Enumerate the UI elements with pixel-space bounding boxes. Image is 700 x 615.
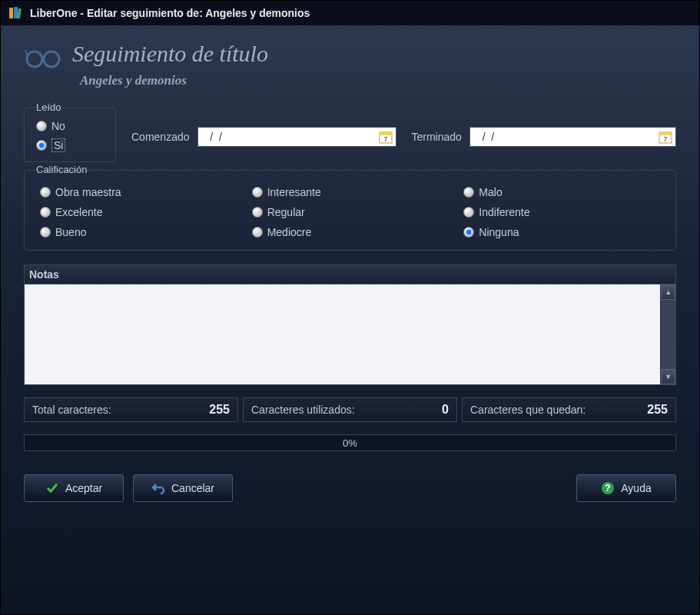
leido-legend: Leído bbox=[32, 101, 65, 113]
svg-rect-0 bbox=[9, 8, 13, 18]
stat-value: 255 bbox=[647, 403, 668, 417]
radio-obra-maestra[interactable]: Obra maestra bbox=[40, 186, 237, 198]
svg-point-4 bbox=[44, 52, 59, 67]
radio-icon bbox=[40, 207, 51, 218]
titlebar[interactable]: LiberOne - Editar seguimiento de: Angele… bbox=[1, 1, 699, 25]
calificacion-group: Calificación Obra maestra Interesante Ma… bbox=[24, 170, 676, 251]
radio-mediocre[interactable]: Mediocre bbox=[252, 226, 449, 238]
cancel-button[interactable]: Cancelar bbox=[133, 474, 233, 502]
radio-leido-no[interactable]: No bbox=[36, 120, 104, 132]
radio-label: Obra maestra bbox=[55, 186, 121, 198]
stat-value: 0 bbox=[442, 403, 449, 417]
radio-label: Interesante bbox=[267, 186, 321, 198]
radio-malo[interactable]: Malo bbox=[463, 186, 660, 198]
radio-leido-si[interactable]: Si bbox=[36, 138, 104, 152]
notas-section: Notas ▲ ▼ bbox=[24, 264, 676, 385]
svg-point-3 bbox=[27, 52, 42, 67]
radio-icon bbox=[463, 187, 474, 198]
page-title: Seguimiento de título bbox=[72, 41, 268, 67]
button-label: Ayuda bbox=[621, 482, 651, 494]
check-icon bbox=[45, 481, 59, 495]
radio-icon bbox=[40, 227, 51, 238]
radio-icon bbox=[36, 140, 47, 151]
undo-icon bbox=[151, 481, 165, 495]
radio-excelente[interactable]: Excelente bbox=[40, 206, 237, 218]
radio-icon bbox=[463, 207, 474, 218]
stats-row: Total caracteres: 255 Caracteres utiliza… bbox=[24, 397, 676, 422]
button-label: Aceptar bbox=[65, 482, 102, 494]
spacer bbox=[242, 474, 567, 502]
radio-icon bbox=[252, 207, 263, 218]
page-subtitle: Angeles y demonios bbox=[80, 73, 268, 88]
svg-rect-1 bbox=[14, 7, 18, 18]
started-input-wrap: 7 bbox=[197, 127, 396, 147]
radio-label: Indiferente bbox=[479, 206, 529, 218]
radio-label: Malo bbox=[479, 186, 502, 198]
radio-icon bbox=[252, 187, 263, 198]
radio-interesante[interactable]: Interesante bbox=[252, 186, 449, 198]
header: Seguimiento de título Angeles y demonios bbox=[24, 41, 676, 100]
ended-label: Terminado bbox=[412, 131, 462, 143]
ended-date-field: Terminado 7 bbox=[412, 127, 677, 147]
header-text: Seguimiento de título Angeles y demonios bbox=[72, 41, 268, 88]
dates-area: Comenzado 7 Terminado bbox=[131, 108, 676, 147]
help-icon: ? bbox=[601, 481, 615, 495]
progress-label: 0% bbox=[343, 437, 357, 449]
scroll-up-icon[interactable]: ▲ bbox=[661, 284, 675, 300]
stat-remaining: Caracteres que quedan: 255 bbox=[462, 397, 676, 422]
svg-text:7: 7 bbox=[663, 135, 667, 143]
calificacion-legend: Calificación bbox=[32, 164, 91, 175]
radio-bueno[interactable]: Bueno bbox=[40, 226, 237, 238]
content-area: Seguimiento de título Angeles y demonios… bbox=[1, 25, 699, 614]
radio-label: Bueno bbox=[55, 226, 86, 238]
radio-label: Ninguna bbox=[479, 226, 519, 238]
read-dates-row: Leído No Si Comenzado bbox=[24, 108, 676, 162]
leido-options: No Si bbox=[36, 120, 104, 152]
radio-label: Regular bbox=[267, 206, 305, 218]
button-label: Cancelar bbox=[171, 482, 214, 494]
progress-bar: 0% bbox=[24, 434, 676, 451]
radio-ninguna[interactable]: Ninguna bbox=[463, 226, 660, 238]
radio-label: Mediocre bbox=[267, 226, 312, 238]
radio-regular[interactable]: Regular bbox=[252, 206, 449, 218]
notas-textarea[interactable] bbox=[25, 284, 660, 384]
stat-total: Total caracteres: 255 bbox=[24, 397, 238, 422]
stat-label: Caracteres utilizados: bbox=[251, 404, 355, 416]
radio-icon bbox=[40, 187, 51, 198]
radio-label: Si bbox=[51, 138, 65, 152]
accept-button[interactable]: Aceptar bbox=[24, 474, 124, 502]
radio-indiferente[interactable]: Indiferente bbox=[463, 206, 660, 218]
stat-label: Caracteres que quedan: bbox=[470, 404, 586, 416]
leido-group: Leído No Si bbox=[24, 108, 116, 162]
scroll-down-icon[interactable]: ▼ bbox=[661, 369, 675, 384]
started-date-input[interactable] bbox=[198, 128, 378, 145]
started-date-field: Comenzado 7 bbox=[131, 127, 396, 147]
started-label: Comenzado bbox=[131, 131, 190, 143]
buttons-row: Aceptar Cancelar ? Ayuda bbox=[24, 474, 676, 502]
help-button[interactable]: ? Ayuda bbox=[576, 474, 676, 502]
dialog-window: LiberOne - Editar seguimiento de: Angele… bbox=[0, 0, 700, 615]
ended-date-input[interactable] bbox=[470, 128, 658, 145]
ended-input-wrap: 7 bbox=[469, 127, 676, 147]
svg-text:?: ? bbox=[605, 483, 611, 494]
radio-label: No bbox=[51, 120, 65, 132]
calendar-icon[interactable]: 7 bbox=[378, 129, 393, 145]
notas-wrap: ▲ ▼ bbox=[24, 284, 676, 385]
app-icon bbox=[8, 6, 22, 20]
window-title: LiberOne - Editar seguimiento de: Angele… bbox=[30, 7, 310, 19]
svg-text:7: 7 bbox=[383, 135, 387, 143]
notas-label: Notas bbox=[24, 264, 676, 284]
calificacion-options: Obra maestra Interesante Malo Excelente … bbox=[40, 186, 660, 238]
radio-label: Excelente bbox=[55, 206, 102, 218]
glasses-icon bbox=[24, 41, 61, 71]
radio-icon bbox=[463, 227, 474, 238]
radio-icon bbox=[252, 227, 263, 238]
calendar-icon[interactable]: 7 bbox=[658, 129, 673, 145]
stat-value: 255 bbox=[209, 403, 230, 417]
stat-used: Caracteres utilizados: 0 bbox=[243, 397, 457, 422]
stat-label: Total caracteres: bbox=[32, 404, 111, 416]
scrollbar[interactable]: ▲ ▼ bbox=[660, 284, 675, 384]
radio-icon bbox=[36, 121, 47, 131]
